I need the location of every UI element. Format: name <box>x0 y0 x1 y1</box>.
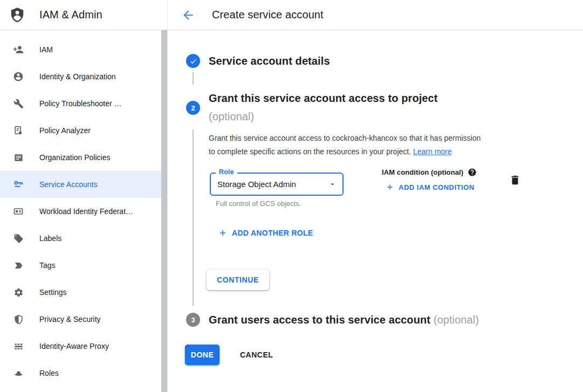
step-connector <box>193 129 194 306</box>
account-circle-icon <box>13 71 24 82</box>
add-another-role-button[interactable]: ADD ANOTHER ROLE <box>218 228 313 238</box>
sidebar-item-label: Identity-Aware Proxy <box>39 342 109 350</box>
iam-condition-header: IAM condition (optional) <box>382 168 477 177</box>
roles-hat-icon <box>13 368 24 379</box>
product-title: IAM & Admin <box>39 9 102 21</box>
sidebar-item-privacy-security[interactable]: Privacy & Security <box>0 306 167 333</box>
delete-role-button[interactable] <box>509 174 522 187</box>
sidebar-item-iam[interactable]: IAM <box>0 36 167 63</box>
sidebar-item-label: Organization Policies <box>39 153 111 162</box>
step2-number: 2 <box>191 104 195 112</box>
page-title: Create service account <box>212 9 324 21</box>
role-select[interactable]: Role Storage Object Admin <box>210 173 344 196</box>
trash-icon <box>509 174 522 186</box>
role-helper-text: Full control of GCS objects. <box>216 200 301 208</box>
policy-analyzer-icon <box>13 125 24 136</box>
dropdown-caret-icon <box>329 181 336 188</box>
continue-button[interactable]: CONTINUE <box>207 270 269 290</box>
sidebar-item-label: Tags <box>39 261 56 270</box>
sidebar-item-identity-organization[interactable]: Identity & Organization <box>0 63 167 90</box>
top-header: IAM & Admin Create service account <box>0 0 583 30</box>
step2-description: Grant this service account access to coc… <box>209 132 543 159</box>
sidebar-item-label: Service Accounts <box>39 180 97 189</box>
sidebar-item-label: Policy Troubleshooter … <box>39 99 122 108</box>
sidebar-item-label: Privacy & Security <box>39 315 101 324</box>
add-iam-condition-button[interactable]: ADD IAM CONDITION <box>386 183 475 191</box>
sidebar-scrollbar[interactable] <box>161 30 167 392</box>
product-header: IAM & Admin <box>0 0 168 30</box>
step1-title: Service account details <box>209 54 330 68</box>
create-service-account-form: Service account details 2 Grant this ser… <box>168 30 583 392</box>
person-add-icon <box>13 44 24 55</box>
done-button[interactable]: DONE <box>185 345 220 365</box>
add-another-role-label: ADD ANOTHER ROLE <box>232 229 313 237</box>
gcp-console-page: IAM & Admin Create service account IAM <box>0 0 583 392</box>
sidebar-item-label: Settings <box>39 288 67 297</box>
step3-number: 3 <box>191 316 195 324</box>
plus-icon <box>218 228 228 238</box>
sidebar-item-policy-troubleshooter[interactable]: Policy Troubleshooter … <box>0 90 167 117</box>
description-line1: Grant this service account access to coc… <box>209 134 481 142</box>
sidebar-item-tags[interactable]: Tags <box>0 252 167 279</box>
step3-title: Grant users access to this service accou… <box>209 313 479 327</box>
sidebar-item-identity-aware-proxy[interactable]: Identity-Aware Proxy <box>0 333 167 360</box>
step2-title: Grant this service account access to pro… <box>209 91 438 105</box>
step1-completed-badge <box>186 54 200 68</box>
role-select-value: Storage Object Admin <box>217 174 296 195</box>
back-arrow-icon <box>181 8 195 22</box>
sidebar-item-service-accounts[interactable]: Service Accounts <box>0 171 167 198</box>
learn-more-link[interactable]: Learn more <box>413 147 452 156</box>
sidebar-item-label: IAM <box>39 45 53 54</box>
organization-policies-icon <box>13 152 24 163</box>
step2-optional-label: (optional) <box>209 109 254 123</box>
step3-title-text: Grant users access to this service accou… <box>209 314 430 326</box>
back-button[interactable] <box>181 8 195 22</box>
shield-icon <box>13 314 24 325</box>
step3-badge: 3 <box>186 313 200 327</box>
sidebar-scrollbar-thumb[interactable] <box>161 30 167 392</box>
sidebar-item-organization-policies[interactable]: Organization Policies <box>0 144 167 171</box>
iam-shield-logo-icon <box>9 6 26 24</box>
sidebar-item-label: Roles <box>39 369 59 377</box>
step2-badge: 2 <box>186 101 200 115</box>
sidebar-item-label: Labels <box>39 234 61 243</box>
sidebar-item-labels[interactable]: Labels <box>0 225 167 252</box>
tags-arrow-icon <box>13 260 24 271</box>
sidebar-item-settings[interactable]: Settings <box>0 279 167 306</box>
check-icon <box>189 57 197 65</box>
help-button[interactable] <box>468 168 477 177</box>
sidebar-nav: IAM Identity & Organization Policy Troub… <box>0 30 168 392</box>
sidebar-item-workload-identity-federation[interactable]: Workload Identity Federat… <box>0 198 167 225</box>
sidebar-item-label: Identity & Organization <box>39 72 116 81</box>
sidebar-item-policy-analyzer[interactable]: Policy Analyzer <box>0 117 167 144</box>
step-connector <box>193 72 194 85</box>
sidebar-item-roles[interactable]: Roles <box>0 360 167 387</box>
label-tag-icon <box>13 233 24 244</box>
plus-icon <box>386 183 394 191</box>
sidebar-item-label: Workload Identity Federat… <box>39 207 133 216</box>
cancel-button[interactable]: CANCEL <box>234 345 279 365</box>
add-iam-condition-label: ADD IAM CONDITION <box>399 183 475 191</box>
wrench-icon <box>13 98 24 109</box>
gear-icon <box>13 287 24 298</box>
identity-aware-proxy-icon <box>13 341 24 352</box>
iam-condition-label: IAM condition (optional) <box>382 168 463 176</box>
workload-identity-card-icon <box>13 206 24 217</box>
step3-optional-label: (optional) <box>434 314 479 326</box>
page-header: Create service account <box>168 0 583 30</box>
sidebar-item-label: Policy Analyzer <box>39 126 91 135</box>
help-icon <box>468 168 477 177</box>
description-line2: to complete specific actions on the reso… <box>209 147 411 156</box>
service-account-key-icon <box>13 179 24 190</box>
